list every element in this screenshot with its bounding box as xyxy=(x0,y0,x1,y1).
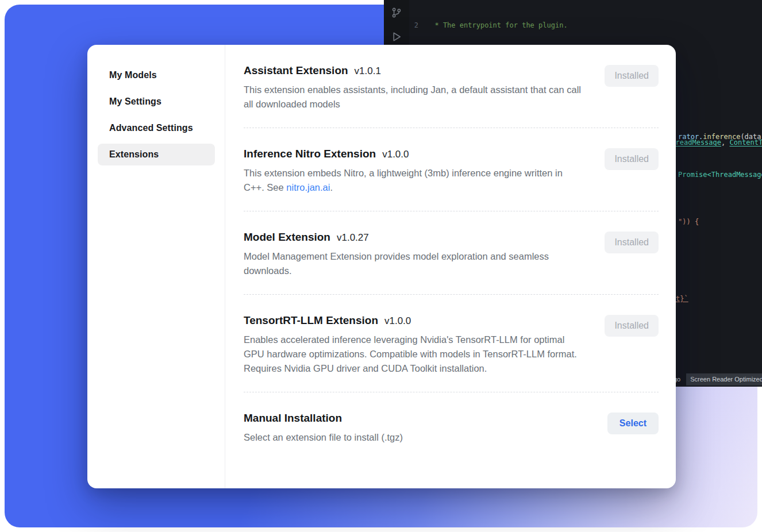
extensions-panel: Assistant Extension v1.0.1 This extensio… xyxy=(225,45,676,488)
sidebar-item-my-models[interactable]: My Models xyxy=(98,64,215,86)
nitro-jan-ai-link[interactable]: nitro.jan.ai xyxy=(286,182,330,192)
extension-title-line: Inference Nitro Extension v1.0.0 xyxy=(244,148,582,160)
manual-installation-row: Manual Installation Select an extension … xyxy=(244,412,659,445)
run-debug-icon[interactable] xyxy=(391,31,402,43)
extension-description: This extension embeds Nitro, a lightweig… xyxy=(244,166,582,195)
extension-title: TensortRT-LLM Extension xyxy=(244,314,378,327)
extension-title: Model Extension xyxy=(244,231,330,244)
extension-description: Enables accelerated inference leveraging… xyxy=(244,333,582,376)
installed-button[interactable]: Installed xyxy=(605,65,659,87)
row-divider xyxy=(244,294,659,295)
extension-title: Inference Nitro Extension xyxy=(244,148,376,160)
extension-description: This extension enables assistants, inclu… xyxy=(244,83,582,111)
installed-button[interactable]: Installed xyxy=(605,315,659,337)
extension-row-model: Model Extension v1.0.27 Model Management… xyxy=(244,231,659,278)
sidebar-item-extensions[interactable]: Extensions xyxy=(98,144,215,165)
extension-row-tensorrt: TensortRT-LLM Extension v1.0.0 Enables a… xyxy=(244,314,659,376)
line-number: 2 xyxy=(411,21,426,30)
extension-title: Assistant Extension xyxy=(244,64,348,77)
extension-title-line: Assistant Extension v1.0.1 xyxy=(244,64,582,77)
manual-installation-description: Select an extension file to install (.tg… xyxy=(244,430,403,445)
code-fragment: Promise<ThreadMessage> xyxy=(678,170,762,180)
code-fragment: ")) { xyxy=(678,217,699,227)
sidebar-item-advanced-settings[interactable]: Advanced Settings xyxy=(98,117,215,139)
extension-title-line: Manual Installation xyxy=(244,412,403,425)
settings-modal: My Models My Settings Advanced Settings … xyxy=(87,45,676,488)
sidebar-item-my-settings[interactable]: My Settings xyxy=(98,91,215,113)
screen: 2 * The entrypoint for the plugin. 3 */ … xyxy=(0,0,762,532)
extension-title-line: Model Extension v1.0.27 xyxy=(244,231,582,244)
extension-row-nitro: Inference Nitro Extension v1.0.0 This ex… xyxy=(244,148,659,195)
row-divider xyxy=(244,211,659,211)
code-line: 2 * The entrypoint for the plugin. xyxy=(411,21,762,30)
settings-sidebar: My Models My Settings Advanced Settings … xyxy=(87,45,225,488)
installed-button[interactable]: Installed xyxy=(605,232,659,253)
row-divider xyxy=(244,392,659,392)
screen-reader-badge[interactable]: Screen Reader Optimized xyxy=(686,373,762,385)
extension-row-assistant: Assistant Extension v1.0.1 This extensio… xyxy=(244,64,659,111)
extension-version: v1.0.27 xyxy=(337,232,369,244)
extension-description: Model Management Extension provides mode… xyxy=(244,249,582,278)
extension-version: v1.0.0 xyxy=(384,315,411,327)
row-divider xyxy=(244,128,659,128)
source-control-icon[interactable] xyxy=(391,7,402,18)
extension-version: v1.0.0 xyxy=(382,149,409,160)
code-fragment: t}` xyxy=(676,294,688,304)
description-text: . xyxy=(330,182,333,192)
extension-title-line: TensortRT-LLM Extension v1.0.0 xyxy=(244,314,582,327)
manual-installation-title: Manual Installation xyxy=(244,412,342,425)
code-fragment: rator.inference(data)); xyxy=(678,132,762,142)
installed-button[interactable]: Installed xyxy=(605,148,659,170)
editor-status-bar: go Screen Reader Optimized xyxy=(674,374,762,384)
select-file-button[interactable]: Select xyxy=(607,413,659,434)
code-comment: * The entrypoint for the plugin. xyxy=(426,21,568,30)
extension-version: v1.0.1 xyxy=(355,65,381,77)
